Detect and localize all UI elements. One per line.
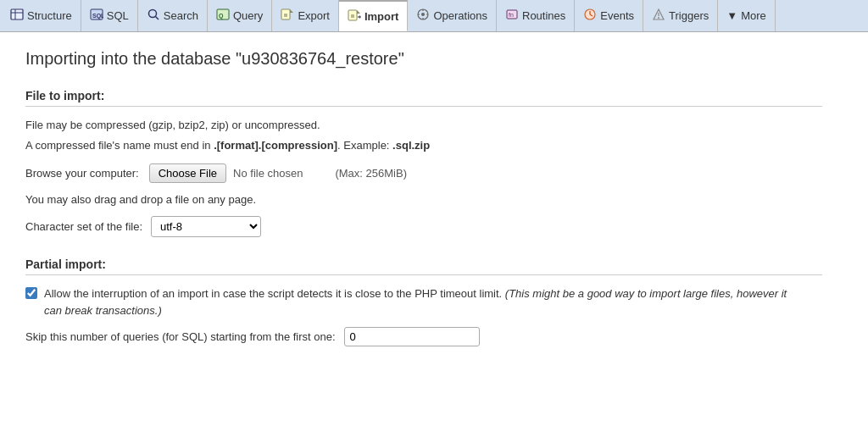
tab-sql[interactable]: SQL SQL [81,0,138,31]
tab-search[interactable]: Search [138,0,208,31]
line2-prefix: A compressed file's name must end in [25,139,214,152]
svg-rect-0 [11,9,23,19]
search-icon [147,8,160,24]
table-icon [10,8,24,24]
tab-more-label: More [741,9,766,22]
tab-triggers-label: Triggers [669,9,709,22]
svg-point-5 [148,10,156,18]
tab-triggers[interactable]: Triggers [643,0,718,31]
tab-export-label: Export [298,9,330,22]
tab-sql-label: SQL [107,9,129,22]
partial-import-checkbox[interactable] [25,287,37,299]
sql-icon: SQL [90,8,103,24]
file-info-line2: A compressed file's name must end in .[f… [25,137,822,154]
tab-structure-label: Structure [27,9,72,22]
charset-row: Character set of the file: utf-8 utf-16 … [25,216,822,237]
no-file-text: No file chosen [233,167,303,180]
tab-routines[interactable]: fn Routines [497,0,575,31]
choose-file-button[interactable]: Choose File [149,163,226,183]
tab-import[interactable]: Import [339,0,408,31]
triggers-icon [652,8,665,24]
page-title: Importing into the database "u930836764_… [25,49,822,69]
svg-line-6 [155,17,159,20]
import-icon [348,8,361,25]
skip-queries-label: Skip this number of queries (for SQL) st… [25,330,336,343]
partial-import-section: Partial import: Allow the interruption o… [25,258,822,346]
operations-icon [416,8,430,24]
svg-text:fn: fn [509,12,514,18]
routines-icon: fn [505,8,519,24]
tab-more[interactable]: ▼ More [718,0,776,31]
browse-row: Browse your computer: Choose File No fil… [25,163,822,183]
tab-events[interactable]: Events [575,0,643,31]
partial-section-header: Partial import: [25,258,822,275]
svg-point-20 [421,13,425,16]
line2-suffix: . Example: [337,139,392,152]
line2-example: .sql.zip [392,139,430,152]
file-info-line1: File may be compressed (gzip, bzip2, zip… [25,117,822,134]
svg-text:SQL: SQL [92,13,103,19]
max-size-text: (Max: 256MiB) [335,167,407,180]
drag-drop-text: You may also drag and drop a file on any… [25,193,822,206]
tab-routines-label: Routines [522,9,565,22]
line2-format: .[format].[compression] [214,139,337,152]
partial-import-description: Allow the interruption of an import in c… [44,285,807,318]
svg-marker-14 [357,10,360,14]
skip-queries-input[interactable] [344,327,480,346]
svg-marker-10 [290,9,293,13]
tab-events-label: Events [600,9,634,22]
events-icon [583,8,597,24]
browse-label: Browse your computer: [25,167,139,180]
tab-export[interactable]: Export [272,0,339,31]
tab-operations[interactable]: Operations [408,0,497,31]
tab-import-label: Import [364,10,398,23]
skip-queries-row: Skip this number of queries (for SQL) st… [25,327,822,346]
main-content: Importing into the database "u930836764_… [0,32,848,384]
svg-point-32 [658,17,659,19]
charset-select[interactable]: utf-8 utf-16 latin1 ascii cp1250 [151,216,261,237]
more-dropdown-icon: ▼ [726,9,737,22]
tab-structure[interactable]: Structure [2,0,81,31]
tab-operations-label: Operations [433,9,487,22]
query-icon: Q [216,8,230,24]
tab-bar: Structure SQL SQL Search Q Query [0,0,868,32]
tab-search-label: Search [164,9,198,22]
file-section-header: File to import: [25,89,822,107]
svg-marker-18 [359,15,361,19]
tab-query-label: Query [233,9,263,22]
partial-import-checkbox-row: Allow the interruption of an import in c… [25,285,822,318]
partial-desc-normal: Allow the interruption of an import in c… [44,287,505,300]
charset-label: Character set of the file: [25,220,142,233]
file-to-import-section: File to import: File may be compressed (… [25,89,822,237]
export-icon [281,8,294,24]
tab-query[interactable]: Q Query [208,0,272,31]
svg-text:Q: Q [219,13,224,19]
